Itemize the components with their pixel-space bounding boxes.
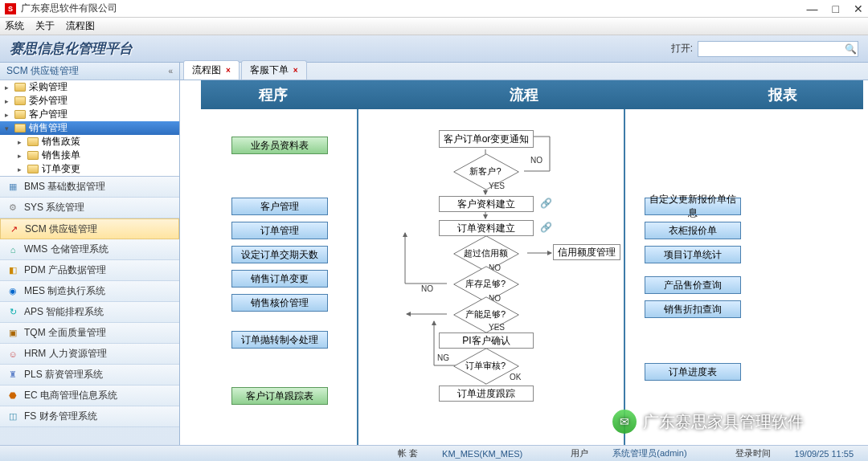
- program-box[interactable]: 销售核价管理: [231, 294, 328, 312]
- module-label: TQM 全面质量管理: [24, 326, 106, 340]
- sidebar-tree[interactable]: ▸采购管理▸委外管理▸客户管理▾销售管理▸销售政策▸销售接单▸订单变更: [0, 80, 179, 177]
- tree-item[interactable]: ▸采购管理: [0, 80, 179, 94]
- program-box[interactable]: 设定订单交期天数: [231, 246, 328, 263]
- flow-header-process: 流程: [346, 85, 702, 104]
- program-box[interactable]: 订单管理: [231, 222, 328, 239]
- report-box[interactable]: 项目订单统计: [645, 246, 741, 263]
- nav-module[interactable]: ▣TQM 全面质量管理: [0, 323, 179, 344]
- minimize-button[interactable]: —: [807, 2, 818, 15]
- search-icon[interactable]: 🔍: [843, 43, 858, 55]
- decision-capacity: 产能足够?: [453, 304, 518, 324]
- sidebar-header[interactable]: SCM 供应链管理 «: [0, 63, 179, 80]
- status-account-value: KM_MES(KM_MES): [442, 449, 522, 459]
- decision-credit: 超过信用额: [453, 243, 518, 263]
- module-icon: ◉: [6, 285, 19, 298]
- tab-label: 客服下单: [250, 64, 289, 75]
- module-icon: ◧: [6, 264, 19, 277]
- menu-flowchart[interactable]: 流程图: [66, 19, 95, 33]
- tree-item[interactable]: ▾销售管理: [0, 121, 179, 135]
- divider: [624, 109, 625, 445]
- search-input[interactable]: [698, 44, 843, 54]
- tab-bar: 流程图×客服下单×: [180, 63, 868, 80]
- nav-module[interactable]: ◧PDM 产品数据管理: [0, 260, 179, 281]
- label-yes: YES: [489, 182, 505, 190]
- status-account-label: 帐 套: [398, 447, 418, 459]
- status-bar: 帐 套 KM_MES(KM_MES) 用户 系统管理员(admin) 登录时间 …: [0, 445, 868, 461]
- nav-module[interactable]: ☺HRM 人力资源管理: [0, 344, 179, 365]
- module-label: PLS 薪资管理系统: [24, 368, 103, 381]
- tab-label: 流程图: [192, 64, 221, 75]
- status-time-value: 19/09/25 11:55: [795, 449, 854, 459]
- platform-title: 赛思信息化管理平台: [10, 39, 133, 58]
- nav-module[interactable]: ▦BMS 基础数据管理: [0, 177, 179, 198]
- window-title: 广东赛思软件有限公司: [21, 2, 117, 15]
- search-box[interactable]: 🔍: [698, 41, 858, 57]
- nav-module[interactable]: ⬣EC 电商管理信息系统: [0, 386, 179, 406]
- module-label: MES 制造执行系统: [24, 284, 105, 298]
- decision-new-customer: 新客户?: [453, 161, 518, 182]
- module-icon: ⚙: [6, 202, 19, 214]
- module-icon: ⬣: [6, 390, 19, 402]
- menu-about[interactable]: 关于: [35, 19, 55, 33]
- process-progress-track: 订单进度跟踪: [439, 386, 534, 402]
- collapse-icon[interactable]: «: [168, 67, 173, 75]
- flow-header: 程序 流程 报表: [201, 80, 863, 109]
- app-icon: S: [5, 3, 16, 14]
- status-user-value: 系统管理员(admin): [612, 447, 686, 459]
- link-icon[interactable]: 🔗: [540, 198, 552, 209]
- module-label: PDM 产品数据管理: [24, 263, 106, 277]
- divider: [357, 109, 358, 445]
- process-customer-data: 客户资料建立: [439, 196, 534, 212]
- tree-item[interactable]: ▸销售接单: [0, 149, 179, 162]
- process-pi-confirm: PI客户确认: [439, 332, 534, 349]
- module-icon: ▣: [6, 327, 19, 340]
- program-box[interactable]: 业务员资料表: [231, 137, 328, 154]
- nav-module[interactable]: ↗SCM 供应链管理: [0, 218, 179, 239]
- report-box[interactable]: 产品售价查询: [645, 276, 741, 294]
- open-label: 打开:: [671, 42, 693, 55]
- nav-module[interactable]: ◫FS 财务管理系统: [0, 406, 179, 427]
- label-yes: YES: [489, 323, 505, 332]
- process-credit-mgmt: 信用额度管理: [553, 244, 620, 260]
- menu-system[interactable]: 系统: [5, 19, 24, 33]
- nav-module[interactable]: ⌂WMS 仓储管理系统: [0, 239, 179, 260]
- report-box[interactable]: 销售折扣查询: [645, 300, 741, 318]
- flow-header-report: 报表: [702, 85, 863, 104]
- tree-item[interactable]: ▸销售政策: [0, 135, 179, 149]
- report-box[interactable]: 订单进度表: [645, 363, 741, 381]
- program-box[interactable]: 客户订单跟踪表: [231, 387, 328, 405]
- report-box[interactable]: 自定义更新报价单信息: [645, 198, 741, 215]
- close-icon[interactable]: ×: [293, 66, 298, 75]
- flow-header-program: 程序: [201, 85, 346, 104]
- tree-item[interactable]: ▸订单变更: [0, 162, 179, 176]
- menu-bar: 系统 关于 流程图: [0, 18, 868, 35]
- nav-module[interactable]: ↻APS 智能排程系统: [0, 302, 179, 323]
- title-bar: S 广东赛思软件有限公司 — □ ✕: [0, 0, 868, 18]
- report-box[interactable]: 衣柜报价单: [645, 222, 741, 239]
- process-start: 客户订单or变更通知: [439, 130, 534, 148]
- program-box[interactable]: 销售订单变更: [231, 270, 328, 288]
- link-icon[interactable]: 🔗: [540, 222, 552, 233]
- module-label: APS 智能排程系统: [24, 305, 104, 319]
- tab[interactable]: 客服下单×: [241, 60, 307, 80]
- program-box[interactable]: 客户管理: [231, 198, 328, 215]
- header-banner: 赛思信息化管理平台 打开: 🔍: [0, 35, 868, 63]
- program-box[interactable]: 订单抛转制令处理: [231, 331, 328, 349]
- maximize-button[interactable]: □: [833, 2, 839, 15]
- sidebar-header-label: SCM 供应链管理: [6, 64, 79, 78]
- module-label: SYS 系统管理: [24, 201, 84, 214]
- module-label: EC 电商管理信息系统: [24, 389, 117, 402]
- module-icon: ☺: [6, 348, 19, 361]
- close-button[interactable]: ✕: [854, 2, 863, 15]
- label-ng: NG: [437, 353, 449, 362]
- nav-module[interactable]: ◉MES 制造执行系统: [0, 281, 179, 302]
- tree-item[interactable]: ▸委外管理: [0, 94, 179, 108]
- wechat-icon: ✉: [612, 410, 637, 434]
- close-icon[interactable]: ×: [226, 66, 231, 75]
- tree-item[interactable]: ▸客户管理: [0, 108, 179, 121]
- nav-module[interactable]: ♜PLS 薪资管理系统: [0, 365, 179, 386]
- nav-module[interactable]: ⚙SYS 系统管理: [0, 198, 179, 218]
- module-icon: ♜: [6, 369, 19, 381]
- content-area: 流程图×客服下单× 程序 流程 报表: [180, 63, 868, 445]
- tab[interactable]: 流程图×: [183, 60, 240, 80]
